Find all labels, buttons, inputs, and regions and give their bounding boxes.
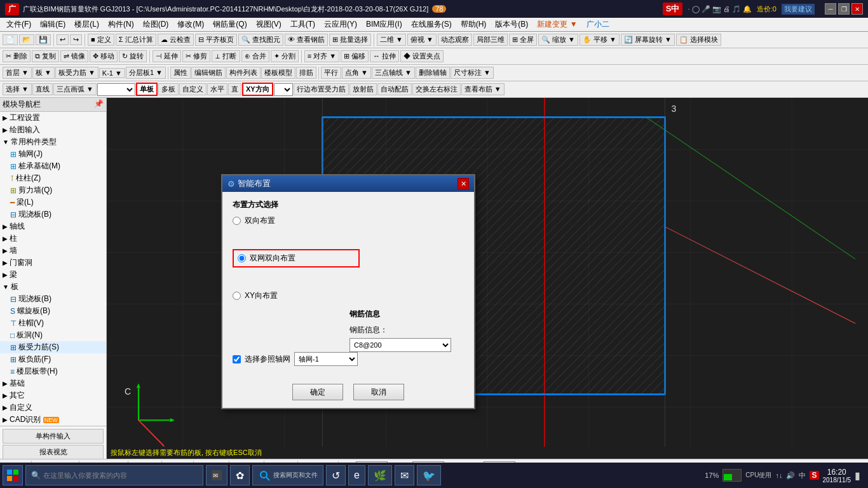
menu-version[interactable]: 版本号(B) <box>491 18 532 31</box>
tb-save[interactable]: 💾 <box>36 34 51 45</box>
sidebar-pin[interactable]: 📌 <box>94 99 104 110</box>
tb-rebar-name[interactable]: K-1 ▼ <box>99 68 125 78</box>
sidebar-item-foundation[interactable]: ⊞桩承基础(M) <box>0 160 106 172</box>
taskbar-app-3[interactable]: ↺ <box>326 465 346 485</box>
tb-dim-note[interactable]: 尺寸标注 ▼ <box>451 67 494 79</box>
tb-select-module[interactable]: 📋 选择模块 <box>676 34 721 46</box>
tb-merge[interactable]: ⊕ 合并 <box>241 50 269 62</box>
tb-property[interactable]: 属性 <box>170 67 191 79</box>
tb-arrange-rebar[interactable]: 排筋 <box>296 67 316 79</box>
dialog-title-bar[interactable]: ⚙ 智能布置 ✕ <box>222 175 474 192</box>
dialog-close-btn[interactable]: ✕ <box>458 178 469 189</box>
tb-component-type[interactable]: 板 ▼ <box>32 67 55 79</box>
sidebar-item-custom-group[interactable]: ▶自定义 <box>0 402 106 414</box>
tb-top-view[interactable]: 俯视 ▼ <box>407 34 437 46</box>
sidebar-item-project[interactable]: ▶工程设置 <box>0 112 106 124</box>
steel-info-select[interactable]: C8@200 <box>349 338 451 352</box>
tb-select[interactable]: 选择 ▼ <box>3 83 32 95</box>
tb-vertical[interactable]: 直 <box>228 83 241 95</box>
sidebar-item-opening-group[interactable]: ▶门窗洞 <box>0 257 106 269</box>
sidebar-item-cast-slab2[interactable]: ⊟现浇板(B) <box>0 293 106 305</box>
tb-horizontal[interactable]: 水平 <box>207 83 227 95</box>
tb-pan[interactable]: ✋ 平移 ▼ <box>580 34 620 46</box>
sidebar-btn-report[interactable]: 报表视览 <box>3 445 104 459</box>
tb-calculate[interactable]: Σ 汇总计算 <box>116 34 156 46</box>
tb-copy[interactable]: ⧉ 复制 <box>32 50 59 62</box>
tb-parallel[interactable]: 平行 <box>321 67 341 79</box>
tb-fullscreen[interactable]: ⊞ 全屏 <box>509 34 537 46</box>
tb-rotate2[interactable]: ↻ 旋转 <box>119 50 147 62</box>
sidebar-item-drawing[interactable]: ▶绘图输入 <box>0 124 106 136</box>
tb-extend[interactable]: ⊣ 延伸 <box>153 50 181 62</box>
sidebar-item-rebar[interactable]: ⊞板受力筋(S) <box>0 341 106 353</box>
sidebar-item-common[interactable]: ▼常用构件类型 <box>0 136 106 148</box>
tb-delete[interactable]: ✂ 删除 <box>3 50 31 62</box>
taskbar-app-4[interactable]: e <box>348 465 365 485</box>
menu-help[interactable]: 帮助(H) <box>457 18 491 31</box>
sidebar-item-axis[interactable]: ⊞轴网(J) <box>0 148 106 160</box>
tb-break[interactable]: ⊥ 打断 <box>212 50 240 62</box>
tb-custom[interactable]: 自定义 <box>179 83 207 95</box>
tb-trim[interactable]: ✂ 修剪 <box>182 50 210 62</box>
tb-line[interactable]: 直线 <box>32 83 53 95</box>
tb-swap-mark[interactable]: 交换左右标注 <box>412 83 461 95</box>
tb-offset[interactable]: ⊞ 偏移 <box>341 50 369 62</box>
tb-layer-plate[interactable]: 分层板1 ▼ <box>126 67 166 79</box>
tb-component-list[interactable]: 构件列表 <box>226 67 261 79</box>
sidebar-item-column-cap[interactable]: ⊤柱帽(V) <box>0 317 106 329</box>
menu-edit[interactable]: 编辑(E) <box>36 18 69 31</box>
axis-grid-select[interactable]: 轴网-1 <box>294 352 358 366</box>
restore-btn[interactable]: ❐ <box>838 3 850 15</box>
show-desktop-btn[interactable]: ▮ <box>855 470 860 482</box>
sidebar-item-cast-slab[interactable]: ⊟现浇板(B) <box>0 208 106 220</box>
radio-bidirectional[interactable]: 双向布置 <box>233 215 360 226</box>
radio-dual-bidirectional[interactable]: 双网双向布置 <box>238 253 355 264</box>
tb-floor-model[interactable]: 楼板模型 <box>261 67 295 79</box>
menu-file[interactable]: 文件(F) <box>3 18 35 31</box>
tb-new[interactable]: 📄 <box>3 34 18 45</box>
sidebar-item-slab-group[interactable]: ▼板 <box>0 281 106 293</box>
minimize-btn[interactable]: ─ <box>825 3 836 15</box>
tb-redo[interactable]: ↪ <box>70 34 82 45</box>
tb-stretch[interactable]: ↔ 拉伸 <box>370 50 399 62</box>
radio-xy[interactable]: XY向布置 <box>233 290 360 301</box>
tb-draw-combo[interactable] <box>97 83 135 96</box>
tb-local-3d[interactable]: 局部三维 <box>473 34 508 46</box>
tb-cloud-check[interactable]: ☁ 云检查 <box>158 34 194 46</box>
sidebar-btn-single-input[interactable]: 单构件输入 <box>3 429 104 444</box>
menu-tools[interactable]: 工具(T) <box>287 18 319 31</box>
tb-view-rebar2[interactable]: 查看布筋 ▼ <box>461 83 505 95</box>
menu-floor[interactable]: 楼层(L) <box>71 18 103 31</box>
sidebar-item-other-group[interactable]: ▶其它 <box>0 390 106 402</box>
tb-single-board[interactable]: 单板 <box>136 83 158 96</box>
tb-batch-select[interactable]: ⊞ 批量选择 <box>329 34 371 46</box>
sidebar-item-cad-group[interactable]: ▶CAD识别 NEW <box>0 414 106 426</box>
tb-set-grip[interactable]: ◆ 设置夹点 <box>400 50 444 62</box>
tb-2d[interactable]: 二维 ▼ <box>377 34 406 46</box>
dialog-confirm-btn[interactable]: 确定 <box>292 384 343 400</box>
search-bar[interactable]: 🔍 在这里输入你要搜索的内容 <box>25 465 203 485</box>
tb-align[interactable]: ≡ 对齐 ▼ <box>304 50 339 62</box>
tb-view-rebar[interactable]: 👁 查看钢筋 <box>285 34 328 46</box>
taskbar-app-6[interactable]: ✉ <box>395 465 414 485</box>
tb-zoom[interactable]: 🔍 缩放 ▼ <box>538 34 578 46</box>
taskbar-app-5[interactable]: 🌿 <box>368 465 392 485</box>
tb-arc[interactable]: 三点画弧 ▼ <box>53 83 97 95</box>
tb-rotate[interactable]: 🔄 屏幕旋转 ▼ <box>621 34 675 46</box>
menu-new-change[interactable]: 新建变更 ▼ <box>533 18 581 31</box>
sidebar-item-shear-wall[interactable]: ⊞剪力墙(Q) <box>0 184 106 196</box>
start-btn[interactable] <box>3 465 23 485</box>
menu-bim[interactable]: BIM应用(I) <box>362 18 406 31</box>
sidebar-item-neg-rebar[interactable]: ⊞板负筋(F) <box>0 353 106 365</box>
menu-draw[interactable]: 绘图(D) <box>139 18 173 31</box>
sidebar-item-wall-group[interactable]: ▶墙 <box>0 245 106 257</box>
sidebar-item-opening[interactable]: □板洞(N) <box>0 329 106 341</box>
close-btn[interactable]: ✕ <box>851 3 863 15</box>
sidebar-item-foundation-group[interactable]: ▶基础 <box>0 377 106 390</box>
menu-steel-qty[interactable]: 钢筋量(Q) <box>209 18 250 31</box>
tb-undo[interactable]: ↩ <box>57 34 69 45</box>
taskbar-app-7[interactable]: 🐦 <box>417 465 441 485</box>
menu-cloud[interactable]: 云应用(Y) <box>320 18 361 31</box>
dialog-cancel-btn[interactable]: 取消 <box>353 384 404 400</box>
tb-edit-rebar[interactable]: 编辑钢筋 <box>191 67 226 79</box>
